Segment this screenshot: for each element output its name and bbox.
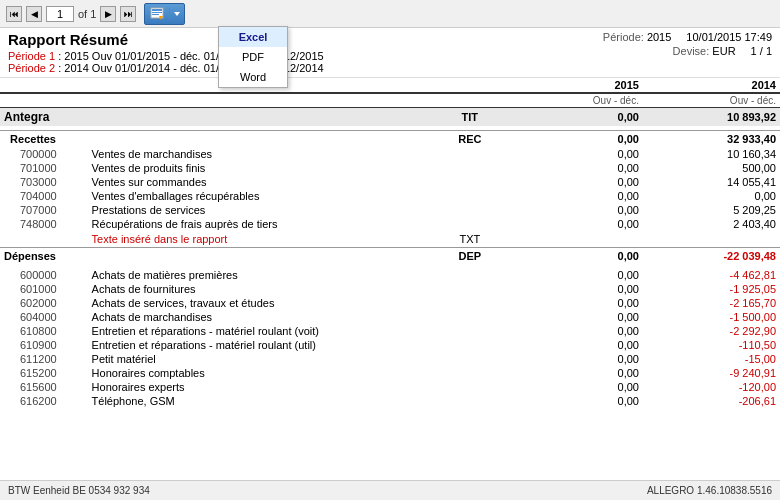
table-row: 616200 Téléphone, GSM 0,00 -206,61 (0, 394, 780, 408)
account-desc: Honoraires comptables (88, 366, 434, 380)
account-desc: Prestations de services (88, 203, 434, 217)
nav-last-button[interactable]: ⏭ (120, 6, 136, 22)
page-of-label: of 1 (78, 8, 96, 20)
export-dropdown-menu: Excel PDF Word (218, 26, 288, 88)
account-desc: Ventes sur commandes (88, 175, 434, 189)
table-row: 704000 Ventes d'emballages récupérables … (0, 189, 780, 203)
account-val2014: 5 209,25 (643, 203, 780, 217)
account-val2015: 0,00 (506, 189, 643, 203)
account-val2015: 0,00 (506, 268, 643, 282)
export-word-item[interactable]: Word (219, 67, 287, 87)
account-desc: Entretien et réparations - matériel roul… (88, 324, 434, 338)
account-code-empty (434, 352, 506, 366)
account-val2014: -2 165,70 (643, 296, 780, 310)
table-row: 602000 Achats de services, travaux et ét… (0, 296, 780, 310)
date-value: 10/01/2015 17:49 (686, 31, 772, 43)
table-row: 611200 Petit matériel 0,00 -15,00 (0, 352, 780, 366)
text-val2015 (506, 231, 643, 248)
account-val2014: -120,00 (643, 380, 780, 394)
account-number: 707000 (0, 203, 88, 217)
th-sub-2014: Ouv - déc. (643, 93, 780, 108)
account-val2014: 500,00 (643, 161, 780, 175)
account-val2015: 0,00 (506, 310, 643, 324)
nav-first-button[interactable]: ⏮ (6, 6, 22, 22)
text-code: TXT (434, 231, 506, 248)
account-desc: Ventes de produits finis (88, 161, 434, 175)
periode2-year: 2014 (64, 62, 88, 74)
export-icon (145, 4, 169, 24)
table-row: 615600 Honoraires experts 0,00 -120,00 (0, 380, 780, 394)
expenses-val2015: 0,00 (506, 247, 643, 264)
account-number: 602000 (0, 296, 88, 310)
export-dropdown-arrow[interactable] (169, 8, 184, 20)
table-row: Recettes REC 0,00 32 933,40 (0, 130, 780, 147)
account-desc: Achats de services, travaux et études (88, 296, 434, 310)
account-val2015: 0,00 (506, 380, 643, 394)
account-number: 600000 (0, 268, 88, 282)
account-val2014: 10 160,34 (643, 147, 780, 161)
periode1-dates: Ouv 01/01/2015 - déc. 01/12/2015 - 31/12… (92, 50, 324, 62)
account-val2015: 0,00 (506, 175, 643, 189)
account-number: 703000 (0, 175, 88, 189)
account-val2014: -1 925,05 (643, 282, 780, 296)
account-code-empty (434, 203, 506, 217)
account-code-empty (434, 380, 506, 394)
statusbar: BTW Eenheid BE 0534 932 934 ALLEGRO 1.46… (0, 480, 780, 500)
account-code-empty (434, 394, 506, 408)
header-right: Période: 2015 10/01/2015 17:49 Devise: E… (603, 31, 772, 74)
account-desc: Achats de matières premières (88, 268, 434, 282)
account-val2014: -2 292,90 (643, 324, 780, 338)
account-val2015: 0,00 (506, 282, 643, 296)
expenses-name: Dépenses (0, 247, 434, 264)
account-number: 611200 (0, 352, 88, 366)
page-number-input[interactable]: 1 (46, 6, 74, 22)
report-content: 2015 2014 Ouv - déc. Ouv - déc. Antegra … (0, 78, 780, 428)
account-desc: Achats de fournitures (88, 282, 434, 296)
section-name: Antegra (0, 108, 434, 127)
account-desc: Entretien et réparations - matériel roul… (88, 338, 434, 352)
nav-next-button[interactable]: ▶ (100, 6, 116, 22)
account-desc: Honoraires experts (88, 380, 434, 394)
account-desc: Ventes d'emballages récupérables (88, 189, 434, 203)
account-val2015: 0,00 (506, 352, 643, 366)
account-val2014: 14 055,41 (643, 175, 780, 189)
table-row: 610800 Entretien et réparations - matéri… (0, 324, 780, 338)
devise-label: Devise: (673, 45, 713, 57)
periode-label: Période: (603, 31, 647, 43)
devise-value: EUR (712, 45, 735, 57)
export-button[interactable] (144, 3, 185, 25)
table-row: 748000 Récupérations de frais auprès de … (0, 217, 780, 231)
export-excel-item[interactable]: Excel (219, 27, 287, 47)
table-row: 700000 Ventes de marchandises 0,00 10 16… (0, 147, 780, 161)
account-val2015: 0,00 (506, 394, 643, 408)
account-code-empty (434, 217, 506, 231)
account-code-empty (434, 310, 506, 324)
account-number: 615600 (0, 380, 88, 394)
export-pdf-item[interactable]: PDF (219, 47, 287, 67)
group-name: Recettes (0, 130, 434, 147)
table-row: 604000 Achats de marchandises 0,00 -1 50… (0, 310, 780, 324)
account-desc: Petit matériel (88, 352, 434, 366)
account-val2014: -206,61 (643, 394, 780, 408)
th-sub-empty (0, 93, 506, 108)
svg-rect-1 (152, 9, 162, 11)
account-val2015: 0,00 (506, 338, 643, 352)
nav-prev-button[interactable]: ◀ (26, 6, 42, 22)
table-row: 701000 Ventes de produits finis 0,00 500… (0, 161, 780, 175)
account-val2014: -4 462,81 (643, 268, 780, 282)
svg-rect-3 (152, 14, 159, 15)
account-number: 748000 (0, 217, 88, 231)
account-number: 700000 (0, 147, 88, 161)
section-code: TIT (434, 108, 506, 127)
group-val2014: 32 933,40 (643, 130, 780, 147)
expenses-code: DEP (434, 247, 506, 264)
table-row: Texte inséré dans le rapport TXT (0, 231, 780, 248)
account-number: 615200 (0, 366, 88, 380)
account-code-empty (434, 268, 506, 282)
account-desc: Téléphone, GSM (88, 394, 434, 408)
account-val2014: 0,00 (643, 189, 780, 203)
expenses-val2014: -22 039,48 (643, 247, 780, 264)
table-row: 707000 Prestations de services 0,00 5 20… (0, 203, 780, 217)
account-number: 704000 (0, 189, 88, 203)
group-code: REC (434, 130, 506, 147)
